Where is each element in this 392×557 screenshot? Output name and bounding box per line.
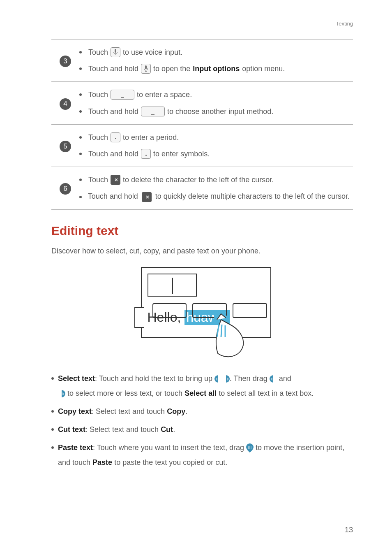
text-fragment: : Select text and touch: [85, 425, 161, 434]
handle-right-icon: [58, 390, 65, 397]
text-fragment: to delete the character to the left of t…: [123, 173, 274, 187]
list-item: Cut text: Select text and touch Cut.: [51, 422, 353, 437]
period-key-icon: [141, 149, 151, 159]
handle-left-icon: [270, 375, 277, 383]
text-fragment: Touch and hold: [88, 192, 140, 200]
bold-text: Copy: [167, 407, 185, 415]
list-item: Paste text: Touch where you want to inse…: [51, 440, 353, 470]
bullet-dot: [51, 377, 54, 380]
bold-text: Paste: [92, 458, 112, 466]
bold-text: Cut: [161, 425, 173, 434]
bullet-line: Touch and hold to enter symbols.: [79, 147, 353, 161]
bullet-dot: [79, 196, 82, 198]
spacebar-icon: [141, 107, 165, 116]
bullet-dot: [79, 153, 82, 155]
text-column: Touch to delete the character to the lef…: [79, 170, 353, 206]
text-fragment: to choose another input method.: [167, 104, 273, 118]
mic-icon: [111, 47, 120, 57]
step-badge: 5: [60, 141, 71, 152]
text-fragment: Touch and hold: [88, 104, 138, 118]
step-badge: 6: [60, 183, 71, 195]
text-fragment: to use voice input.: [123, 45, 182, 59]
text-fragment: and: [279, 374, 291, 383]
bullet-label: Copy text: [58, 407, 92, 415]
text-fragment: : Select text and touch: [92, 407, 167, 415]
text-fragment: to enter a period.: [123, 130, 179, 144]
insertion-handle-icon: [246, 443, 254, 453]
bullet-label: Cut text: [58, 425, 85, 434]
bullet-dot: [79, 179, 82, 181]
bullet-label: Select text: [58, 374, 95, 383]
bullet-line: Touch to delete the character to the lef…: [79, 173, 353, 187]
text-column: Touch to enter a space. Touch and hold t…: [79, 85, 353, 121]
bullet-dot: [79, 110, 82, 113]
text-fragment: Touch: [88, 88, 108, 102]
bullet-line: Touch to use voice input.: [79, 45, 353, 59]
bullet-dot: [79, 136, 82, 139]
text-fragment: .: [185, 407, 187, 415]
bullet-dot: [79, 93, 82, 96]
text-fragment: .: [173, 425, 175, 434]
backspace-icon: [111, 175, 120, 185]
text-fragment: . Then drag: [230, 374, 270, 383]
text-fragment: to open the: [153, 62, 190, 76]
text-fragment: to enter symbols.: [153, 147, 210, 161]
badge-column: 6: [51, 170, 79, 206]
backspace-icon: [142, 192, 152, 202]
bullet-dot: [79, 51, 82, 53]
text-column: Touch to use voice input. Touch and hold…: [79, 43, 353, 78]
heading-editing-text: Editing text: [51, 224, 353, 238]
bullet-line: Touch to enter a period.: [79, 130, 353, 144]
text-fragment: : Touch where you want to insert the tex…: [93, 443, 246, 452]
page-number: 13: [345, 526, 353, 534]
badge-column: 4: [51, 85, 79, 121]
list-item: Select text: Touch and hold the text to …: [51, 371, 353, 401]
intro-paragraph: Discover how to select, cut, copy, and p…: [51, 247, 353, 255]
step-badge: 4: [60, 98, 71, 110]
badge-column: 3: [51, 43, 79, 78]
text-fragment: Touch and hold: [88, 147, 138, 161]
bullet-line: Touch to enter a space.: [79, 88, 353, 102]
key: [152, 303, 187, 318]
table-row: 4 Touch to enter a space. Touch and hold…: [51, 82, 353, 124]
bullet-dot: [79, 67, 82, 70]
table-row: 6 Touch to delete the character to the l…: [51, 167, 353, 209]
page-header-section: Texting: [336, 21, 353, 27]
text-fragment: to select more or less text, or touch: [67, 389, 184, 397]
text-fragment: Touch: [88, 130, 108, 144]
text-fragment: option menu.: [242, 62, 285, 76]
bullet-line: Touch and hold to quickly delete multipl…: [79, 189, 353, 203]
list-item: Copy text: Select text and touch Copy.: [51, 404, 353, 419]
text-fragment: to enter a space.: [137, 88, 192, 102]
bullet-line: Touch and hold to open the Input options…: [79, 62, 353, 76]
main-content: 3 Touch to use voice input. Touch and ho…: [51, 39, 353, 470]
figure-editing: Hello, huawei: [51, 267, 353, 360]
hand-icon: [205, 312, 247, 360]
divider: [51, 209, 353, 210]
text-fragment: to paste the text you copied or cut.: [112, 458, 227, 466]
text-fragment: Touch: [88, 45, 108, 59]
text-fragment: Touch: [88, 173, 108, 187]
bullet-dot: [51, 428, 54, 431]
badge-column: 5: [51, 128, 79, 163]
text-fragment: to select all text in a text box.: [217, 389, 314, 397]
bullet-dot: [51, 446, 54, 449]
bullet-label: Paste text: [58, 443, 93, 452]
bullet-dot: [51, 410, 54, 413]
text-fragment: Touch and hold: [88, 62, 138, 76]
bold-text: Input options: [193, 62, 240, 76]
period-key-icon: [111, 132, 120, 142]
bold-text: Select all: [184, 389, 217, 397]
text-fragment: to quickly delete multiple characters to…: [155, 192, 350, 200]
mic-icon: [141, 64, 151, 74]
spacebar-icon: [111, 90, 134, 100]
text-fragment: : Touch and hold the text to bring up: [95, 374, 214, 383]
step-badge: 3: [60, 56, 71, 67]
table-row: 3 Touch to use voice input. Touch and ho…: [51, 39, 353, 81]
text-column: Touch to enter a period. Touch and hold …: [79, 128, 353, 163]
table-row: 5 Touch to enter a period. Touch and hol…: [51, 125, 353, 167]
editor-popup: [148, 274, 197, 297]
handle-pair-icon: [214, 375, 230, 383]
bullet-line: Touch and hold to choose another input m…: [79, 104, 353, 118]
